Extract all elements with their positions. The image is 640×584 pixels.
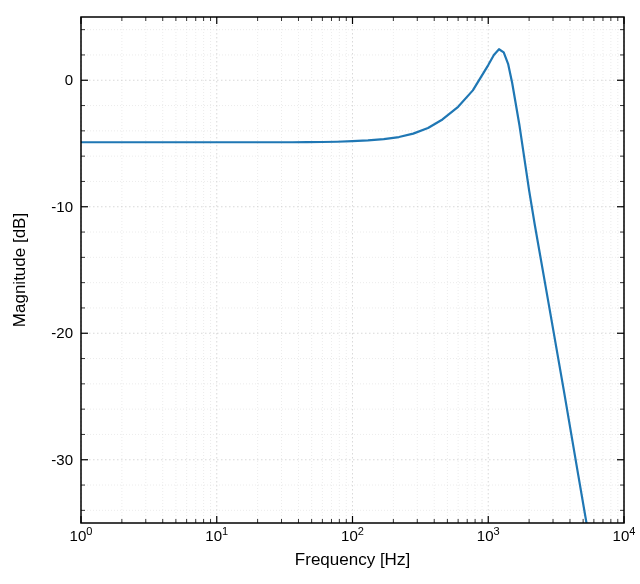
x-tick-label: 101 [205, 525, 228, 544]
x-axis-label: Frequency [Hz] [295, 550, 410, 569]
y-tick-label: 0 [65, 71, 73, 88]
y-tick-label: -30 [51, 451, 73, 468]
x-tick-label: 104 [613, 525, 636, 544]
y-tick-label: -20 [51, 324, 73, 341]
y-axis-label: Magnitude [dB] [10, 213, 29, 327]
y-tick-label: -10 [51, 198, 73, 215]
x-tick-label: 100 [70, 525, 93, 544]
x-tick-label: 102 [341, 525, 364, 544]
x-tick-label: 103 [477, 525, 500, 544]
